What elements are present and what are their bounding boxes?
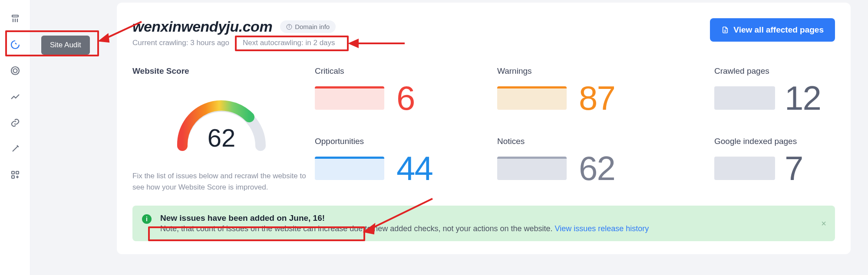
criticals-bar	[315, 86, 384, 110]
notices-value: 62	[579, 151, 615, 185]
next-crawl-value: in 2 days	[306, 39, 335, 47]
banner-text-row: Note, that count of issues on the websit…	[160, 224, 813, 233]
main-content-card: wenxinwendyju.com Domain info Current cr…	[117, 3, 851, 254]
target-icon[interactable]	[10, 65, 21, 76]
warnings-metric[interactable]: Warnings 87	[497, 66, 710, 123]
notices-metric[interactable]: Notices 62	[497, 137, 710, 193]
opportunities-value: 44	[396, 151, 432, 185]
domain-title: wenxinwendyju.com	[132, 18, 272, 35]
banner-link[interactable]: View issues release history	[555, 224, 649, 233]
score-value: 62	[208, 124, 236, 152]
notices-bar	[497, 157, 567, 180]
indexed-label: Google indexed pages	[714, 137, 845, 146]
link-icon[interactable]	[10, 117, 21, 128]
banner-close-button[interactable]: ×	[821, 219, 826, 229]
warnings-value: 87	[579, 81, 615, 115]
svg-point-18	[289, 25, 290, 26]
left-nav-rail	[0, 0, 30, 275]
svg-line-6	[13, 146, 18, 151]
apps-icon[interactable]	[10, 169, 21, 180]
magic-wand-icon[interactable]	[10, 143, 21, 154]
view-all-affected-button[interactable]: View all affected pages	[710, 18, 835, 42]
criticals-metric[interactable]: Criticals 6	[315, 66, 493, 123]
svg-rect-11	[12, 171, 14, 174]
svg-rect-13	[12, 176, 14, 178]
domain-info-label: Domain info	[295, 23, 330, 30]
notices-label: Notices	[497, 137, 710, 146]
crawl-status-line: Current crawling: 3 hours ago Next autoc…	[132, 39, 336, 47]
svg-marker-22	[100, 35, 109, 42]
score-gauge: 62	[167, 89, 276, 159]
website-score-metric: Website Score	[132, 66, 310, 193]
crawled-label: Crawled pages	[714, 66, 845, 76]
crawled-pages-metric[interactable]: Crawled pages 12	[714, 66, 845, 123]
warnings-label: Warnings	[497, 66, 710, 76]
svg-point-4	[11, 67, 19, 75]
score-label: Website Score	[132, 66, 310, 76]
criticals-label: Criticals	[315, 66, 493, 76]
trend-icon[interactable]	[10, 91, 21, 102]
score-description: Fix the list of issues below and recrawl…	[132, 170, 306, 193]
opportunities-label: Opportunities	[315, 137, 493, 146]
info-icon	[286, 24, 292, 30]
new-issues-banner: i New issues have been added on June, 16…	[132, 206, 835, 241]
indexed-pages-metric[interactable]: Google indexed pages 7	[714, 137, 845, 193]
banner-text: Note, that count of issues on the websit…	[160, 224, 555, 233]
svg-rect-12	[16, 171, 19, 174]
opportunities-bar	[315, 157, 384, 180]
banner-title: New issues have been added on June, 16!	[160, 213, 813, 223]
criticals-value: 6	[396, 81, 414, 115]
document-icon	[721, 26, 729, 34]
current-crawl-value: 3 hours ago	[190, 39, 229, 47]
current-crawl-label: Current crawling:	[132, 39, 188, 47]
indexed-value: 7	[785, 151, 802, 185]
crawled-bar	[714, 86, 775, 110]
svg-point-5	[13, 69, 17, 73]
crawled-value: 12	[785, 81, 821, 115]
domain-info-pill[interactable]: Domain info	[280, 20, 336, 33]
info-dot-icon: i	[142, 214, 152, 224]
opportunities-metric[interactable]: Opportunities 44	[315, 137, 493, 193]
site-audit-tooltip: Site Audit	[41, 36, 90, 55]
next-crawl-label: Next autocrawling:	[243, 39, 304, 47]
view-all-label: View all affected pages	[733, 25, 824, 35]
svg-rect-0	[12, 15, 18, 17]
dashboard-icon[interactable]	[10, 13, 21, 24]
site-audit-icon[interactable]	[10, 39, 21, 50]
indexed-bar	[714, 157, 775, 180]
warnings-bar	[497, 86, 567, 110]
